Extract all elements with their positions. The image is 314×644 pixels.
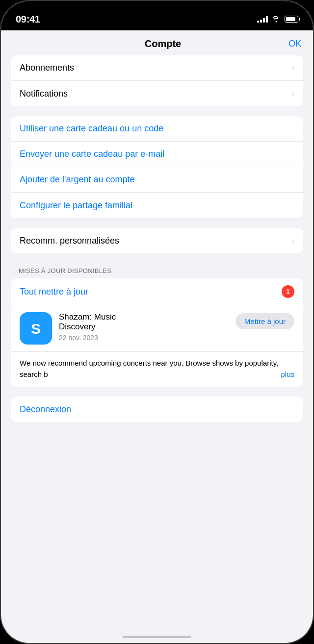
page-title: Compte [37, 38, 288, 50]
ok-button[interactable]: OK [288, 39, 301, 49]
envoyer-carte-row[interactable]: Envoyer une carte cadeau par e-mail [11, 142, 303, 167]
phone-screen: 09:41 Compte OK [1, 1, 313, 643]
abonnements-chevron-icon: › [292, 64, 294, 73]
nav-header: Compte OK [1, 30, 313, 55]
logout-card: Déconnexion [11, 396, 303, 422]
notifications-row[interactable]: Notifications › [11, 81, 303, 106]
recomm-row[interactable]: Recomm. personnalisées › [11, 228, 303, 253]
shazam-logo-icon: S [23, 315, 49, 342]
battery-icon [285, 16, 298, 23]
wifi-icon [272, 16, 281, 23]
home-indicator [123, 636, 191, 638]
partage-familial-label: Configurer le partage familial [20, 200, 132, 211]
top-card: Abonnements › Notifications › [11, 55, 303, 106]
status-bar: 09:41 [1, 1, 313, 30]
abonnements-row[interactable]: Abonnements › [11, 55, 303, 81]
status-icons [257, 16, 298, 23]
app-description-more[interactable]: plus [279, 369, 294, 380]
app-update-row: S Shazam: Music Discovery 22 nov. 2023 M… [11, 305, 303, 352]
notifications-chevron-icon: › [292, 89, 294, 98]
recomm-card: Recomm. personnalisées › [11, 228, 303, 253]
updates-section-label: MISES À JOUR DISPONIBLES [1, 263, 313, 278]
phone-frame: 09:41 Compte OK [0, 0, 314, 644]
envoyer-carte-label: Envoyer une carte cadeau par e-mail [20, 149, 164, 159]
recomm-label: Recomm. personnalisées [20, 236, 119, 246]
shazam-app-icon[interactable]: S [20, 312, 52, 345]
signal-bars-icon [257, 16, 268, 23]
status-time: 09:41 [16, 14, 40, 25]
app-description: We now recommend upcoming concerts near … [11, 352, 303, 387]
update-button[interactable]: Mettre à jour [236, 313, 294, 329]
partage-familial-row[interactable]: Configurer le partage familial [11, 193, 303, 218]
actions-card: Utiliser une carte cadeau ou un code Env… [11, 116, 303, 218]
tout-mettre-a-jour-row[interactable]: Tout mettre à jour 1 [11, 278, 303, 305]
svg-text:S: S [31, 321, 41, 337]
app-name: Shazam: Music Discovery [59, 312, 229, 332]
logout-row[interactable]: Déconnexion [11, 396, 303, 422]
updates-card: Tout mettre à jour 1 S Shazam: Mus [11, 278, 303, 387]
app-date: 22 nov. 2023 [59, 334, 229, 342]
dynamic-island [125, 8, 189, 25]
app-description-text: We now recommend upcoming concerts near … [20, 358, 294, 380]
update-badge: 1 [282, 285, 294, 298]
notifications-label: Notifications [20, 89, 68, 99]
app-info: Shazam: Music Discovery 22 nov. 2023 [59, 312, 229, 342]
carte-cadeau-row[interactable]: Utiliser une carte cadeau ou un code [11, 116, 303, 142]
carte-cadeau-label: Utiliser une carte cadeau ou un code [20, 124, 163, 134]
recomm-chevron-icon: › [292, 236, 294, 245]
tout-mettre-a-jour-label: Tout mettre à jour [20, 287, 88, 297]
ajouter-argent-row[interactable]: Ajouter de l'argent au compte [11, 167, 303, 193]
ajouter-argent-label: Ajouter de l'argent au compte [20, 174, 135, 185]
abonnements-label: Abonnements [20, 63, 74, 73]
logout-label: Déconnexion [20, 404, 71, 415]
main-content: Compte OK Abonnements › Notifications › … [1, 30, 313, 643]
